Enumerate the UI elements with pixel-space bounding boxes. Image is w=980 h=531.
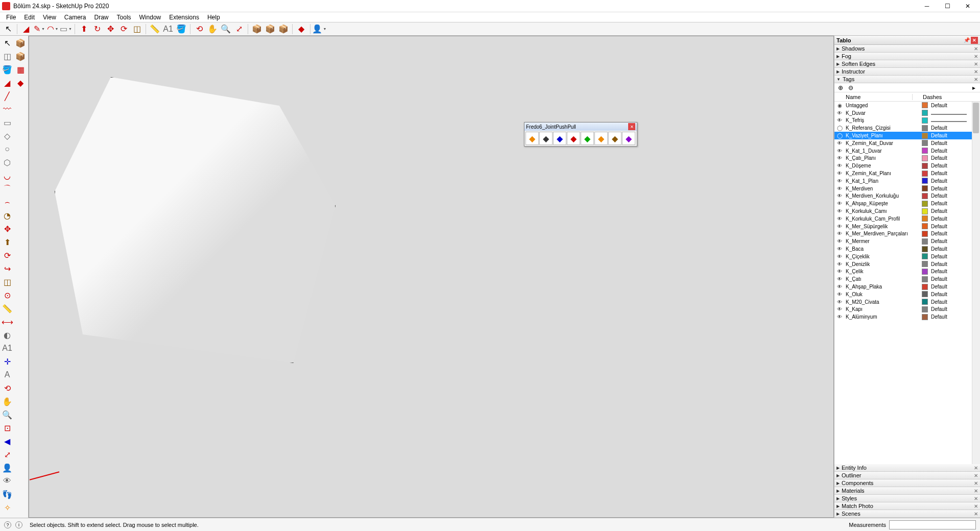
user-tool[interactable]: 👤▼ xyxy=(313,23,325,35)
menu-window[interactable]: Window xyxy=(135,13,165,22)
section-close-icon[interactable]: ✕ xyxy=(974,511,978,517)
fredo-btn-5[interactable]: ◆ xyxy=(581,132,594,145)
tag-color-swatch[interactable] xyxy=(922,133,928,139)
tag-name[interactable]: K_Çatı xyxy=(845,276,921,282)
info-icon[interactable]: i xyxy=(15,521,22,528)
tag-row[interactable]: 👁K_Korkuluk_Cam_ProfilDefault xyxy=(834,215,980,223)
zoom-tool-l[interactable]: 🔍 xyxy=(1,408,13,421)
tag-row[interactable]: 👁K_DenizlikDefault xyxy=(834,260,980,268)
tag-name[interactable]: K_Zemin_Kat_Duvar xyxy=(845,140,921,146)
line-tool[interactable]: ✎▼ xyxy=(33,23,45,35)
warehouse-l2[interactable]: 📦 xyxy=(14,50,27,62)
select-tool-l[interactable]: ↖ xyxy=(1,37,13,49)
paint-tool[interactable]: 🪣 xyxy=(175,23,187,35)
tag-color-swatch[interactable] xyxy=(922,238,928,245)
orbit-tool[interactable]: ⟲ xyxy=(193,23,205,35)
tag-row[interactable]: 👁K_M20_CivataDefault xyxy=(834,298,980,306)
tag-visibility-toggle[interactable]: 👁 xyxy=(834,284,845,289)
measurements-input[interactable] xyxy=(889,520,976,529)
tag-visibility-toggle[interactable]: 👁 xyxy=(834,171,845,176)
scale-tool[interactable]: ◫ xyxy=(131,23,143,35)
tag-row[interactable]: 👁K_Ahşap_KüpeşteDefault xyxy=(834,200,980,207)
section-close-icon[interactable]: ✕ xyxy=(974,488,978,494)
tag-color-swatch[interactable] xyxy=(922,215,928,222)
tray-section-match-photo[interactable]: ▶Match Photo✕ xyxy=(834,502,980,510)
tag-row[interactable]: 👁K_DöşemeDefault xyxy=(834,162,980,170)
tag-name[interactable]: K_Mer_Süpürgelik xyxy=(845,224,921,229)
polygon-tool[interactable]: ⬡ xyxy=(1,156,13,168)
tag-row[interactable]: 👁K_Korkuluk_CamıDefault xyxy=(834,207,980,215)
fredo-toolbar-window[interactable]: Fredo6_JointPushPull ✕ ◆ ◆ ◆ ◆ ◆ ◆ ◆ ◆ xyxy=(524,122,637,147)
tag-visibility-toggle[interactable]: 👁 xyxy=(834,117,845,123)
pan-tool[interactable]: ✋ xyxy=(206,23,219,35)
section-close-icon[interactable]: ✕ xyxy=(974,46,978,52)
menu-file[interactable]: File xyxy=(2,13,20,22)
text-tool-l[interactable]: A1 xyxy=(1,342,13,354)
pushpull-tool[interactable]: ⬆ xyxy=(78,23,90,35)
offset-tool[interactable]: ↻ xyxy=(91,23,103,35)
remove-tag-button[interactable]: ⊖ xyxy=(847,84,855,92)
col-name-header[interactable]: Name xyxy=(845,94,913,100)
tag-color-swatch[interactable] xyxy=(922,284,928,290)
tag-row[interactable]: 👁K_MermerDefault xyxy=(834,237,980,245)
panel-close-button[interactable]: ✕ xyxy=(971,37,978,44)
tag-color-swatch[interactable] xyxy=(922,163,928,169)
tape-tool-l[interactable]: 📏 xyxy=(1,302,13,315)
tag-visibility-toggle[interactable]: 👁 xyxy=(834,299,845,305)
section-close-icon[interactable]: ✕ xyxy=(974,480,978,486)
tag-name[interactable]: K_Referans_Çizgisi xyxy=(845,125,921,131)
line-tool-l[interactable]: ╱ xyxy=(1,90,13,102)
tag-visibility-toggle[interactable]: 👁 xyxy=(834,163,845,168)
menu-tools[interactable]: Tools xyxy=(113,13,135,22)
tag-row[interactable]: 👁K_AlüminyumDefault xyxy=(834,313,980,321)
section-tool[interactable]: ✧ xyxy=(1,501,13,514)
section-close-icon[interactable]: ✕ xyxy=(974,503,978,509)
tag-name[interactable]: K_Döşeme xyxy=(845,163,921,168)
tag-visibility-toggle[interactable]: ◉ xyxy=(834,103,845,108)
tag-color-swatch[interactable] xyxy=(922,231,928,237)
tag-name[interactable]: K_Baca xyxy=(845,246,921,252)
tag-color-swatch[interactable] xyxy=(922,291,928,297)
walk-tool[interactable]: 👣 xyxy=(1,488,13,500)
tag-name[interactable]: K_Kapı xyxy=(845,306,921,312)
tray-section-scenes[interactable]: ▶Scenes✕ xyxy=(834,510,980,518)
tag-color-swatch[interactable] xyxy=(922,102,928,108)
3dtext-tool[interactable]: A xyxy=(1,369,13,381)
tag-color-swatch[interactable] xyxy=(922,178,928,184)
zoomwin-tool[interactable]: ⊡ xyxy=(1,422,13,434)
tag-name[interactable]: K_Korkuluk_Cam_Profil xyxy=(845,216,921,222)
tag-color-swatch[interactable] xyxy=(922,155,928,161)
tag-visibility-toggle[interactable]: 👁 xyxy=(834,231,845,236)
section-close-icon[interactable]: ✕ xyxy=(974,61,978,67)
tray-section-outliner[interactable]: ▶Outliner✕ xyxy=(834,472,980,479)
tag-color-swatch[interactable] xyxy=(922,261,928,267)
tag-name[interactable]: K_Oluk xyxy=(845,292,921,297)
tag-visibility-toggle[interactable]: 👁 xyxy=(834,261,845,267)
fredo-btn-1[interactable]: ◆ xyxy=(525,132,539,145)
tag-visibility-toggle[interactable]: 👁 xyxy=(834,178,845,184)
fredo-btn-8[interactable]: ◆ xyxy=(622,132,635,145)
arc2-tool[interactable]: ⌒ xyxy=(1,183,13,195)
tag-row[interactable]: 👁K_Çatı_PlanıDefault xyxy=(834,155,980,162)
pushpull-tool-l[interactable]: ⬆ xyxy=(1,236,13,248)
tag-visibility-toggle[interactable]: 👁 xyxy=(834,292,845,297)
move-tool-l[interactable]: ✥ xyxy=(1,223,13,235)
tag-row[interactable]: 👁K_Ahşap_PlakaDefault xyxy=(834,283,980,291)
tag-visibility-toggle[interactable]: 👁 xyxy=(834,208,845,214)
tray-section-instructor[interactable]: ▶Instructor✕ xyxy=(834,68,980,76)
lookaround-tool[interactable]: 👁 xyxy=(1,475,13,487)
section-close-icon[interactable]: ✕ xyxy=(974,54,978,59)
tag-row[interactable]: 👁K_ÇatıDefault xyxy=(834,275,980,283)
tray-section-fog[interactable]: ▶Fog✕ xyxy=(834,53,980,60)
prev-tool[interactable]: ◀ xyxy=(1,435,13,447)
menu-extensions[interactable]: Extensions xyxy=(165,13,203,22)
fredo-btn-3[interactable]: ◆ xyxy=(553,132,566,145)
offset-tool-l[interactable]: ⊙ xyxy=(1,289,13,301)
dimension-tool[interactable]: ⟷ xyxy=(1,316,13,328)
freehand-tool[interactable]: 〰 xyxy=(1,103,13,115)
tag-name[interactable]: K_Ahşap_Plaka xyxy=(845,284,921,289)
tray-section-materials[interactable]: ▶Materials✕ xyxy=(834,487,980,495)
axes-tool[interactable]: ✛ xyxy=(1,355,13,368)
tag-color-swatch[interactable] xyxy=(922,306,928,312)
maximize-button[interactable]: ☐ xyxy=(937,0,958,12)
